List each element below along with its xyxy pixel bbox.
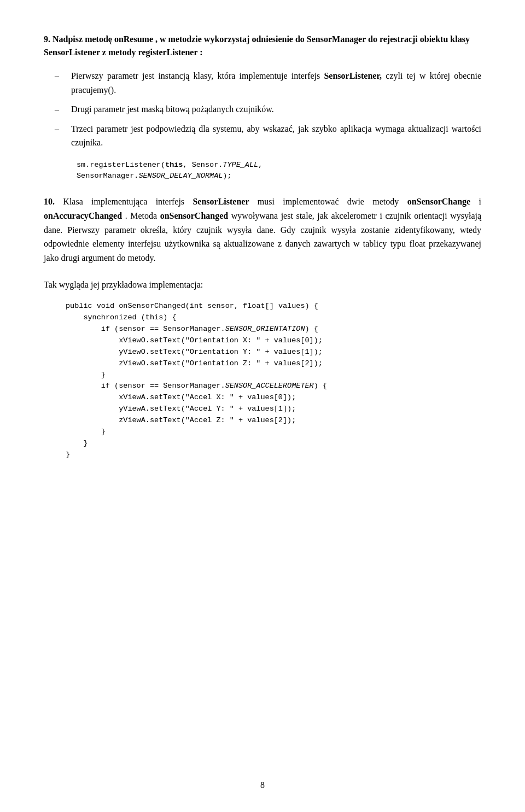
bullet-2-text: Drugi parametr jest maską bitową pożądan… xyxy=(71,104,274,114)
code-sensor-accel: SENSOR_ACCELEROMETER xyxy=(225,382,314,390)
code-sensor-param: sensor, xyxy=(203,302,243,310)
kw-float: float xyxy=(243,302,265,310)
code1-this: this xyxy=(165,161,183,169)
code1-delay: SENSOR_DELAY_NORMAL xyxy=(138,172,223,180)
kw-if-1: if xyxy=(101,325,110,333)
section-10-mid2: i xyxy=(479,197,481,206)
kw-if-2: if xyxy=(101,382,110,390)
section-9-number: 9. xyxy=(44,34,50,44)
section-9-bold3: SensorListener xyxy=(44,48,100,57)
code1-prefix: sm.registerListener( xyxy=(77,161,165,169)
bullet-item-3: Trzeci parametr jest podpowiedzią dla sy… xyxy=(44,122,481,150)
bullet-list: Pierwszy parametr jest instancją klasy, … xyxy=(44,69,481,150)
section-9: 9. Nadpisz metodę onResume , w metodzie … xyxy=(44,33,481,182)
bullet-item-2: Drugi parametr jest maską bitową pożądan… xyxy=(44,102,481,116)
section-9-text4: z metody xyxy=(102,48,138,57)
code-sensor-orient: SENSOR_ORIENTATION xyxy=(225,325,305,333)
code-if2-pre: (sensor == SensorManager. xyxy=(110,382,225,390)
page: 9. Nadpisz metodę onResume , w metodzie … xyxy=(0,0,525,812)
kw-public-void: public void xyxy=(66,302,114,310)
code-if1-pre: (sensor == SensorManager. xyxy=(110,325,225,333)
page-number: 8 xyxy=(260,780,265,790)
section-9-bold1: onResume xyxy=(114,34,153,44)
section-9-bold4: registerListener xyxy=(138,48,198,57)
section-10-bold4: onSensorChanged xyxy=(160,211,228,220)
code-block-2: public void onSensorChanged(int sensor, … xyxy=(66,301,481,461)
code-if2-post: ) { xViewA.setText("Accel X: " + values[… xyxy=(66,382,327,459)
section-9-heading: 9. Nadpisz metodę onResume , w metodzie … xyxy=(44,33,481,59)
bullet-3-text: Trzeci parametr jest podpowiedzią dla sy… xyxy=(71,124,481,148)
bullet-1-text: Pierwszy parametr jest instancją klasy, … xyxy=(71,71,481,95)
section-9-bold2: SensorManager xyxy=(307,34,366,44)
code1-type-all: TYPE_ALL xyxy=(223,161,258,169)
kw-this-sync: this xyxy=(145,313,163,322)
section-10-mid1: musi implementować dwie metody xyxy=(258,197,407,206)
code-if1-post: ) { xViewO.setText("Orientation X: " + v… xyxy=(66,325,323,390)
code-block-1: sm.registerListener(this, Sensor.TYPE_AL… xyxy=(77,160,481,182)
section-10-pre1: Klasa implementująca interfejs xyxy=(63,197,192,206)
section-9-text1: Nadpisz metodę xyxy=(52,34,114,44)
code1-mid: , Sensor. xyxy=(183,161,223,169)
code1-close: ); xyxy=(223,172,231,180)
section-10-dot: . Metoda xyxy=(125,211,160,220)
section-10-bold1: SensorListener xyxy=(192,197,249,206)
example-section: Tak wygląda jej przykładowa implementacj… xyxy=(44,278,481,461)
section-10: 10. Klasa implementująca interfejs Senso… xyxy=(44,195,481,265)
section-10-text: 10. Klasa implementująca interfejs Senso… xyxy=(44,195,481,265)
example-heading-text: Tak wygląda jej przykładowa implementacj… xyxy=(44,280,203,289)
kw-synchronized: synchronized xyxy=(83,313,136,322)
bullet-item-1: Pierwszy parametr jest instancją klasy, … xyxy=(44,69,481,97)
code-sync-open: ( xyxy=(137,313,145,322)
section-9-end: : xyxy=(200,48,202,57)
example-heading: Tak wygląda jej przykładowa implementacj… xyxy=(44,278,481,292)
section-10-bold2: onSensorChange xyxy=(407,197,471,206)
section-10-number: 10. xyxy=(44,197,55,206)
section-9-text2: , w metodzie wykorzystaj odniesienie do xyxy=(155,34,307,44)
kw-int: int xyxy=(190,302,203,310)
bullet-1-bold: SensorListener, xyxy=(324,71,382,80)
section-9-text3: do rejestracji obiektu klasy xyxy=(368,34,470,44)
code-method-sig: onSensorChanged( xyxy=(114,302,190,310)
section-10-bold3: onAccuracyChanged xyxy=(44,211,122,220)
